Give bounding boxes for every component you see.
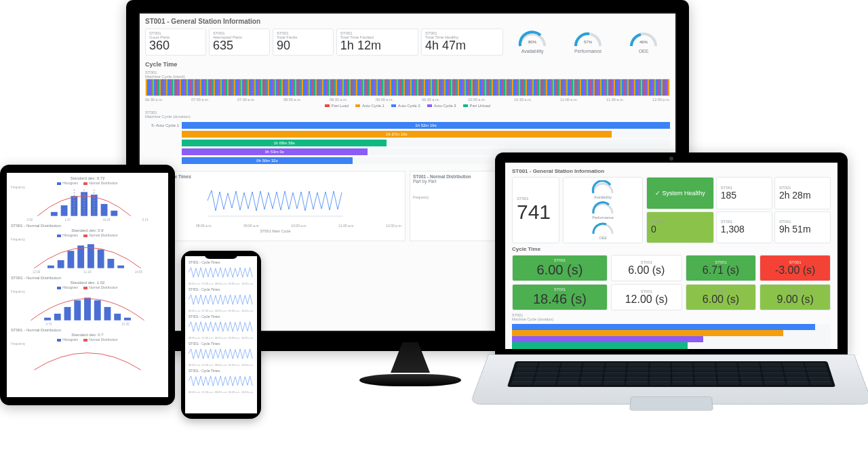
dist-block-3[interactable]: Standard dev: 0.7 HistogramNormal Distri… <box>11 333 164 375</box>
svg-rect-16 <box>111 211 117 216</box>
trackpad-icon <box>629 396 713 411</box>
phone-screen[interactable]: ST001 - Cycle Times 06:00 a.m.07:00 a.m.… <box>185 256 257 413</box>
cycle-legend: Part Load Auto Cycle 1 Auto Cycle 2 Auto… <box>145 104 670 108</box>
cycle-tile[interactable]: ST00118.46 (s) <box>512 284 608 310</box>
duration-bars[interactable] <box>512 324 831 348</box>
phone: ST001 - Cycle Times 06:00 a.m.07:00 a.m.… <box>181 251 261 419</box>
cycle-mini-2[interactable]: ST001 - Cycle Times 06:00 a.m.07:00 a.m.… <box>189 314 254 340</box>
svg-rect-36 <box>124 318 131 321</box>
dist-block-2[interactable]: Standard dev: 1.02 HistogramNormal Distr… <box>11 281 164 326</box>
svg-rect-21 <box>58 260 64 268</box>
cycle-tile[interactable]: ST0016.00 (s) <box>512 255 608 281</box>
svg-text:57%: 57% <box>584 40 593 44</box>
gauge-oee[interactable]: 46% OEE <box>617 28 670 56</box>
kpi-time-healthy[interactable]: ST001 Total Time Healthy 4h 47m <box>421 28 503 56</box>
svg-rect-31 <box>74 300 81 320</box>
svg-rect-27 <box>117 266 124 268</box>
svg-rect-32 <box>84 298 91 320</box>
cycle-tile[interactable]: ST00112.00 (s) <box>611 284 682 310</box>
kpi-good-parts[interactable]: ST001 Good Parts 360 <box>145 28 206 56</box>
cycle-trend-label: ST001 Machine Cycle (trend) <box>145 70 670 79</box>
camera-icon <box>669 157 673 161</box>
gauge-performance: Performance <box>591 201 614 220</box>
cycle-tile[interactable]: ST0016.00 (s) <box>686 284 757 310</box>
cycle-time-heading: Cycle Time <box>512 246 831 252</box>
tiles-row-2: ST00118.46 (s) ST00112.00 (s) ST0016.00 … <box>512 284 831 310</box>
gauge-group[interactable]: Availability Performance OEE <box>563 177 643 243</box>
kpi-time-faulted[interactable]: ST001 Total Time Faulted 1h 12m <box>336 28 418 56</box>
cycle-mini-3[interactable]: ST001 - Cycle Times 06:00 a.m.07:00 a.m.… <box>189 342 254 367</box>
page-title: ST001 - General Station Information <box>145 18 670 25</box>
laptop-base <box>488 354 854 422</box>
cycle-mini-4[interactable]: ST001 - Cycle Times 06:00 a.m.07:00 a.m.… <box>189 369 254 394</box>
svg-text:46%: 46% <box>639 40 648 44</box>
laptop-dashboard: ST001 - General Station Information ST00… <box>505 163 837 349</box>
laptop: ST001 - General Station Information ST00… <box>488 152 854 424</box>
svg-rect-28 <box>44 318 51 321</box>
cycle-tile[interactable]: ST0019.00 (s) <box>760 284 831 310</box>
status-system-healthy[interactable]: ✓ System Healthy <box>646 177 714 209</box>
gauge-performance[interactable]: 57% Performance <box>561 28 614 56</box>
laptop-screen[interactable]: ST001 - General Station Information ST00… <box>505 163 837 349</box>
cycle-times-subplot[interactable]: ST001 - Cycle TimesPart by Part 07:00 a.… <box>145 171 406 241</box>
dist-heading: ST001 - Normal Distribution <box>11 328 164 332</box>
dist-heading: ST001 - Normal Distribution <box>11 276 164 280</box>
svg-rect-10 <box>51 212 58 216</box>
kpi-count[interactable]: ST001 741 <box>512 177 559 243</box>
svg-text:80%: 80% <box>528 40 537 44</box>
dist-heading: ST001 - Normal Distribution <box>11 224 164 228</box>
svg-rect-30 <box>64 307 71 321</box>
kpi-row: ST001 741 Availability Performance OEE ✓… <box>512 177 831 243</box>
cycle-time-heading: Cycle Time <box>145 61 670 68</box>
svg-rect-29 <box>54 314 61 321</box>
stat-card[interactable]: ST0010 <box>646 211 714 244</box>
svg-rect-33 <box>94 300 101 320</box>
cycle-tile[interactable]: ST0016.71 (s) <box>686 255 757 281</box>
cycle-tile[interactable]: ST001-3.00 (s) <box>760 255 831 281</box>
svg-rect-11 <box>61 205 68 216</box>
svg-rect-35 <box>114 314 121 321</box>
device-mockup-stage: ST001 - General Station Information ST00… <box>0 0 868 450</box>
cycle-axis: 06:30 a.m.07:00 a.m.07:30 a.m.08:00 a.m.… <box>145 98 670 102</box>
svg-rect-23 <box>77 245 84 268</box>
phone-dashboard: ST001 - Cycle Times 06:00 a.m.07:00 a.m.… <box>185 256 257 400</box>
tablet-dashboard: Standard dev: 0.72 HistogramNormal Distr… <box>7 173 168 380</box>
svg-rect-22 <box>68 251 75 268</box>
svg-rect-34 <box>104 307 111 321</box>
dist-block-0[interactable]: Standard dev: 0.72 HistogramNormal Distr… <box>11 176 164 222</box>
svg-rect-15 <box>101 204 108 216</box>
kpi-attempted-parts[interactable]: ST001 Attempted Parts 635 <box>209 28 270 56</box>
stat-card[interactable]: ST001185 <box>716 177 772 209</box>
tiles-row-1: ST0016.00 (s) ST0016.00 (s) ST0016.71 (s… <box>512 255 831 281</box>
kpi-row: ST001 Good Parts 360 ST001 Attempted Par… <box>145 28 670 56</box>
cycle-mini-1[interactable]: ST001 - Cycle Times 06:00 a.m.07:00 a.m.… <box>189 287 254 312</box>
stat-card[interactable]: ST0011,308 <box>716 211 772 244</box>
stat-card[interactable]: ST0019h 51m <box>774 211 831 244</box>
cycle-duration-label: ST001 Machine Cycle (duration) <box>512 313 831 321</box>
keyboard-icon <box>507 361 835 387</box>
notch-icon <box>204 251 238 259</box>
gauge-oee: OEE <box>591 221 614 240</box>
line-chart-icon <box>149 184 402 221</box>
tablet-screen[interactable]: Standard dev: 0.72 HistogramNormal Distr… <box>7 173 168 397</box>
dist-block-1[interactable]: Standard dev: 0.9 HistogramNormal Distri… <box>11 228 164 274</box>
kpi-total-faults[interactable]: ST001 Total Faults 90 <box>273 28 334 56</box>
cycle-duration-label: ST001 Machine Cycle (duration) <box>145 110 670 119</box>
page-title: ST001 - General Station Information <box>512 168 831 174</box>
gauge-availability: Availability <box>591 180 614 199</box>
cycle-mini-0[interactable]: ST001 - Cycle Times 06:00 a.m.07:00 a.m.… <box>189 260 254 285</box>
svg-rect-26 <box>107 259 114 268</box>
cycle-barcode-chart[interactable] <box>145 79 670 96</box>
cycle-tile[interactable]: ST0016.00 (s) <box>611 255 682 281</box>
gauge-availability[interactable]: 80% Availability <box>506 28 559 56</box>
tablet: Standard dev: 0.72 HistogramNormal Distr… <box>0 165 175 405</box>
monitor-stand <box>359 342 461 386</box>
stat-card[interactable]: ST0012h 28m <box>774 177 831 209</box>
svg-rect-25 <box>98 249 104 268</box>
svg-rect-20 <box>47 266 54 268</box>
